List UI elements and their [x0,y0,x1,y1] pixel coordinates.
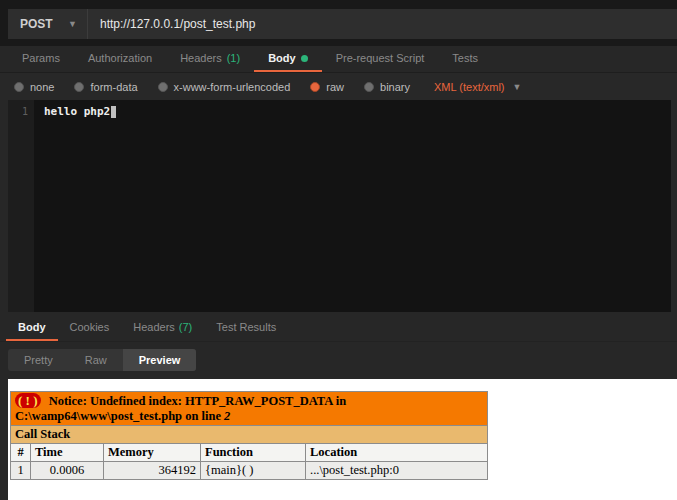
code-text: hello php2 [44,105,110,118]
notice-text: Notice: Undefined index: HTTP_RAW_POST_D… [15,394,346,423]
line-number-gutter: 1 [8,100,34,312]
request-tabs: Params Authorization Headers (1) Body Pr… [0,46,677,73]
xdebug-error-table: ( ! ) Notice: Undefined index: HTTP_RAW_… [10,391,488,480]
response-view-row: Pretty Raw Preview [0,342,677,379]
tab-label: Body [268,52,296,64]
cell-memory: 364192 [104,462,201,480]
response-tab-body[interactable]: Body [6,321,58,341]
mode-form-data[interactable]: form-data [74,81,137,93]
mode-x-www-form-urlencoded[interactable]: x-www-form-urlencoded [158,81,291,93]
cell-index: 1 [11,462,31,480]
tab-params[interactable]: Params [8,46,74,72]
radio-icon [364,82,374,92]
response-tab-headers[interactable]: Headers (7) [121,321,204,341]
radio-icon [158,82,168,92]
chevron-down-icon: ▼ [513,82,522,92]
response-tabs: Body Cookies Headers (7) Test Results [0,321,677,342]
radio-icon [74,82,84,92]
segment-label: Raw [85,354,107,366]
body-mode-row: none form-data x-www-form-urlencoded raw… [0,73,677,100]
code-area[interactable]: hello php2 [34,100,671,312]
col-location: Location [306,444,488,462]
headers-count-badge: (7) [179,321,192,333]
postman-window: POST ▼ http://127.0.0.1/post_test.php Pa… [0,0,677,500]
tab-pre-request-script[interactable]: Pre-request Script [322,46,439,72]
tab-label: Cookies [70,321,110,333]
tab-label: Headers [180,52,222,64]
response-preview-wrap: ( ! ) Notice: Undefined index: HTTP_RAW_… [0,379,677,500]
url-text: http://127.0.0.1/post_test.php [100,17,255,31]
radio-icon [14,82,24,92]
response-tab-cookies[interactable]: Cookies [58,321,122,341]
col-index: # [11,444,31,462]
segment-label: Pretty [24,354,53,366]
call-stack-title: Call Stack [11,426,488,444]
request-bar: POST ▼ http://127.0.0.1/post_test.php [0,0,677,46]
tab-body[interactable]: Body [254,46,322,72]
tab-label: Tests [452,52,478,64]
headers-count-badge: (1) [227,52,240,64]
response-section: Body Cookies Headers (7) Test Results Pr… [0,312,677,379]
notice-row: ( ! ) Notice: Undefined index: HTTP_RAW_… [11,392,488,426]
segment-label: Preview [139,354,181,366]
tab-authorization[interactable]: Authorization [74,46,166,72]
tab-tests[interactable]: Tests [438,46,492,72]
table-row: 1 0.0006 364192 {main}( ) ...\post_test.… [11,462,488,480]
notice-line-number: 2 [224,409,230,423]
mode-label: raw [326,81,344,93]
mode-raw[interactable]: raw [310,81,344,93]
method-label: POST [20,17,53,31]
raw-body-editor[interactable]: 1 hello php2 [8,100,671,312]
raw-type-label: XML (text/xml) [434,81,505,93]
mode-label: none [30,81,54,93]
mode-binary[interactable]: binary [364,81,410,93]
mode-none[interactable]: none [14,81,54,93]
line-number: 1 [8,106,28,117]
tab-label: Authorization [88,52,152,64]
text-cursor [111,106,116,118]
tab-headers[interactable]: Headers (1) [166,46,254,72]
tab-label: Pre-request Script [336,52,425,64]
method-dropdown[interactable]: POST ▼ [8,9,88,39]
view-mode-preview[interactable]: Preview [123,349,197,371]
raw-content-type-dropdown[interactable]: XML (text/xml) ▼ [434,81,521,93]
radio-selected-icon [310,82,320,92]
call-stack-header: Call Stack [11,426,488,444]
warning-icon: ( ! ) [15,393,41,408]
col-function: Function [201,444,306,462]
tab-label: Params [22,52,60,64]
response-preview-pane[interactable]: ( ! ) Notice: Undefined index: HTTP_RAW_… [8,379,677,500]
cell-function: {main}( ) [201,462,306,480]
response-tab-test-results[interactable]: Test Results [204,321,288,341]
tab-label: Headers [133,321,175,333]
url-input[interactable]: http://127.0.0.1/post_test.php [88,9,677,39]
tab-label: Body [18,321,46,333]
view-mode-switcher: Pretty Raw Preview [8,349,196,371]
tab-label: Test Results [216,321,276,333]
mode-label: form-data [90,81,137,93]
table-header-row: # Time Memory Function Location [11,444,488,462]
col-time: Time [31,444,104,462]
cell-location: ...\post_test.php:0 [306,462,488,480]
chevron-down-icon: ▼ [68,19,77,29]
mode-label: x-www-form-urlencoded [174,81,291,93]
cell-time: 0.0006 [31,462,104,480]
view-mode-pretty[interactable]: Pretty [8,349,69,371]
view-mode-raw[interactable]: Raw [69,349,123,371]
body-filled-dot-icon [301,55,308,62]
col-memory: Memory [104,444,201,462]
mode-label: binary [380,81,410,93]
